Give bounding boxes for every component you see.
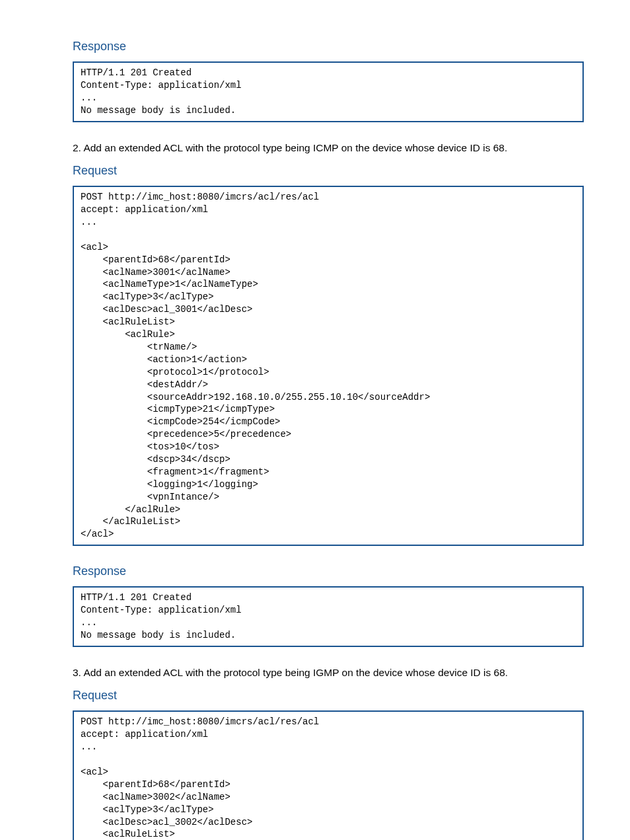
response-code-1: HTTP/1.1 201 Created Content-Type: appli…: [73, 61, 584, 122]
response-heading-2: Response: [73, 564, 584, 578]
request-heading-2: Request: [73, 689, 584, 703]
request-code-2: POST http://imc_host:8080/imcrs/acl/res/…: [73, 710, 584, 840]
request-code-1: POST http://imc_host:8080/imcrs/acl/res/…: [73, 186, 584, 546]
request-heading-1: Request: [73, 164, 584, 178]
step-description-3: 3. Add an extended ACL with the protocol…: [73, 666, 584, 680]
response-code-2: HTTP/1.1 201 Created Content-Type: appli…: [73, 586, 584, 647]
response-heading-1: Response: [73, 40, 584, 54]
step-description-2: 2. Add an extended ACL with the protocol…: [73, 141, 584, 155]
